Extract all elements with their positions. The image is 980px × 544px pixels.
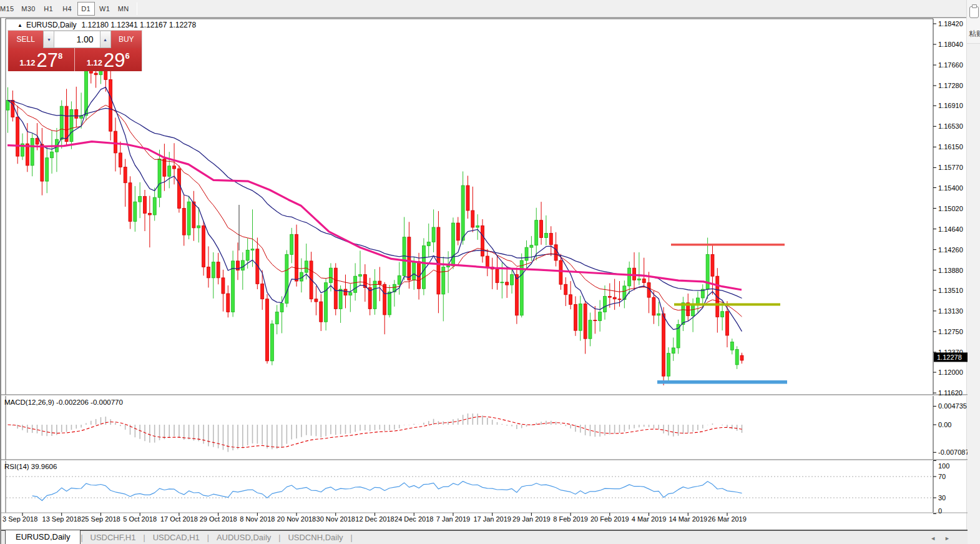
svg-text:1.14260: 1.14260 (938, 246, 963, 254)
volume-decrease-button[interactable]: ▼ (43, 31, 54, 48)
timeframe-button-m15[interactable]: M15 (0, 2, 17, 16)
tab-scroll-right-icon[interactable]: ► (944, 535, 950, 542)
macd-values: -0.002206 -0.000770 (56, 398, 123, 406)
svg-text:70: 70 (938, 473, 946, 480)
svg-text:1.15020: 1.15020 (938, 205, 963, 212)
svg-text:1.12000: 1.12000 (938, 368, 963, 376)
chart-title: ▲EURUSD,Daily1.12180 1.12341 1.12167 1.1… (17, 21, 196, 29)
chart-symbol-period: EURUSD,Daily (26, 21, 77, 29)
tab-scroll-left-icon[interactable]: ◄ (930, 535, 936, 542)
chart-tab-usdcnh[interactable]: USDCNH,Daily (280, 531, 350, 544)
chart-window: 1.184201.180401.176601.172801.169101.165… (0, 17, 966, 544)
svg-text:4 Mar 2019: 4 Mar 2019 (632, 515, 667, 523)
svg-text:0: 0 (938, 507, 942, 515)
svg-text:5 Oct 2018: 5 Oct 2018 (123, 515, 157, 523)
timeframe-button-h4[interactable]: H4 (59, 2, 76, 16)
svg-text:17 Jan 2019: 17 Jan 2019 (473, 515, 511, 523)
svg-text:1.16910: 1.16910 (938, 102, 963, 109)
rsi-label: RSI(14) 39.9606 (4, 463, 57, 470)
sell-price-big: 27 (37, 51, 58, 69)
svg-text:1.15770: 1.15770 (938, 164, 963, 171)
svg-text:17 Oct 2018: 17 Oct 2018 (160, 515, 198, 523)
svg-text:14 Mar 2019: 14 Mar 2019 (669, 515, 707, 523)
mt4-terminal: M15M30H1H4D1W1MN 粘贴 1.184201.180401.1766… (0, 0, 980, 544)
svg-text:1.14640: 1.14640 (938, 225, 963, 233)
one-click-trading-panel: SELL ▼ 1.00 ▲ BUY 1.12278 1.12296 (7, 30, 142, 71)
tab-scroll-arrows: ◄ ► (930, 535, 950, 542)
sell-price-prefix: 1.12 (19, 58, 35, 67)
timeframe-button-m30[interactable]: M30 (18, 2, 38, 16)
sell-button[interactable]: SELL (8, 31, 43, 48)
svg-text:1.15400: 1.15400 (938, 184, 963, 192)
svg-text:1.18040: 1.18040 (938, 41, 963, 48)
svg-text:7 Jan 2019: 7 Jan 2019 (436, 515, 470, 523)
svg-text:1.16150: 1.16150 (938, 143, 963, 151)
svg-text:25 Sep 2018: 25 Sep 2018 (81, 515, 120, 523)
timeframe-toolbar: M15M30H1H4D1W1MN (0, 0, 966, 17)
chart-tab-usdchf[interactable]: USDCHF,H1 (83, 531, 144, 544)
svg-text:20 Feb 2019: 20 Feb 2019 (590, 515, 629, 523)
svg-text:1.17280: 1.17280 (938, 82, 963, 89)
rsi-name: RSI(14) (4, 463, 29, 470)
sell-quote-button[interactable]: 1.12278 (8, 48, 75, 71)
svg-text:1.12750: 1.12750 (938, 328, 963, 335)
buy-button[interactable]: BUY (111, 31, 142, 48)
buy-price-prefix: 1.12 (87, 58, 102, 67)
svg-text:1.13130: 1.13130 (938, 307, 963, 315)
svg-text:13 Sep 2018: 13 Sep 2018 (42, 515, 81, 523)
svg-text:1.18420: 1.18420 (938, 20, 963, 27)
chart-tab-bar: EURUSD,Daily|USDCHF,H1|USDCAD,H1|AUDUSD,… (1, 530, 968, 544)
svg-text:30 Nov 2018: 30 Nov 2018 (316, 515, 355, 523)
tab-separator: | (351, 533, 353, 544)
clipboard-icon (969, 6, 979, 18)
buy-quote-button[interactable]: 1.12296 (75, 48, 142, 71)
svg-text:29 Oct 2018: 29 Oct 2018 (200, 515, 237, 523)
svg-text:20 Nov 2018: 20 Nov 2018 (277, 515, 316, 523)
paste-button[interactable]: 粘贴 (967, 0, 980, 44)
timeframe-button-mn[interactable]: MN (115, 2, 132, 16)
svg-text:12 Dec 2018: 12 Dec 2018 (355, 515, 394, 523)
svg-text:26 Mar 2019: 26 Mar 2019 (708, 515, 747, 523)
svg-text:29 Jan 2019: 29 Jan 2019 (512, 515, 551, 523)
chart-tabs: EURUSD,Daily|USDCHF,H1|USDCAD,H1|AUDUSD,… (1, 531, 353, 544)
volume-increase-button[interactable]: ▲ (100, 31, 111, 48)
price-chart-canvas[interactable]: 1.184201.180401.176601.172801.169101.165… (1, 18, 968, 544)
svg-text:1.13880: 1.13880 (938, 267, 963, 274)
macd-label: MACD(12,26,9) -0.002206 -0.000770 (4, 398, 123, 406)
side-panel: 粘贴 (966, 0, 980, 544)
timeframe-button-w1[interactable]: W1 (96, 2, 114, 16)
timeframe-button-d1[interactable]: D1 (77, 2, 95, 16)
svg-text:8 Feb 2019: 8 Feb 2019 (553, 515, 588, 523)
timeframe-button-h1[interactable]: H1 (40, 2, 57, 16)
svg-text:8 Nov 2018: 8 Nov 2018 (240, 515, 275, 523)
chart-tab-audusd[interactable]: AUDUSD,Daily (209, 531, 278, 544)
volume-input[interactable]: 1.00 (54, 31, 99, 48)
macd-name: MACD(12,26,9) (4, 398, 54, 406)
svg-text:24 Dec 2018: 24 Dec 2018 (394, 515, 433, 523)
collapse-triangle-icon[interactable]: ▲ (17, 22, 22, 28)
sell-price-sup: 8 (58, 51, 62, 61)
svg-text:1.17660: 1.17660 (938, 61, 963, 69)
svg-text:1.11620: 1.11620 (938, 389, 963, 397)
svg-text:1.13510: 1.13510 (938, 287, 963, 294)
toolbar-separator (137, 2, 137, 15)
svg-text:3 Sep 2018: 3 Sep 2018 (2, 515, 37, 523)
buy-price-big: 29 (104, 51, 125, 69)
rsi-value: 39.9606 (31, 463, 57, 470)
svg-text:0.00: 0.00 (938, 421, 951, 428)
svg-text:30: 30 (938, 494, 946, 502)
svg-text:1.16530: 1.16530 (938, 122, 963, 130)
svg-text:100: 100 (938, 462, 949, 470)
paste-label: 粘贴 (969, 29, 980, 39)
svg-text:1.12278: 1.12278 (937, 354, 962, 361)
chart-ohlc-values: 1.12180 1.12341 1.12167 1.12278 (82, 21, 197, 29)
chart-tab-eurusd[interactable]: EURUSD,Daily (5, 530, 81, 544)
svg-text:-0.007087: -0.007087 (938, 448, 968, 456)
buy-price-sup: 6 (125, 51, 130, 61)
chart-tab-usdcad[interactable]: USDCAD,H1 (145, 531, 207, 544)
svg-text:0.004735: 0.004735 (938, 402, 967, 410)
